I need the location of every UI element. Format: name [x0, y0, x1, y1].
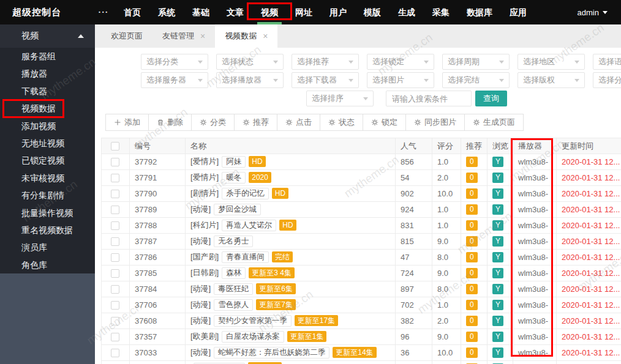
- filter-select-选择周期[interactable]: 选择周期: [442, 54, 510, 70]
- search-button[interactable]: 查询: [475, 91, 507, 106]
- browse-badge[interactable]: Y: [492, 252, 503, 262]
- sidebar-item-服务器组[interactable]: 服务器组: [0, 48, 95, 65]
- row-checkbox[interactable]: [111, 174, 119, 182]
- toolbar-button-点击[interactable]: 点击: [277, 114, 320, 131]
- sidebar-item-有分集剧情[interactable]: 有分集剧情: [0, 187, 95, 204]
- row-checkbox[interactable]: [111, 253, 119, 262]
- browse-badge[interactable]: Y: [492, 188, 503, 199]
- browse-badge[interactable]: Y: [492, 300, 503, 310]
- recommend-badge[interactable]: 0: [466, 300, 478, 310]
- recommend-badge[interactable]: 0: [466, 316, 478, 326]
- browse-badge[interactable]: Y: [492, 220, 503, 231]
- nav-item-模版[interactable]: 模版: [355, 0, 390, 24]
- browse-badge[interactable]: Y: [492, 236, 503, 247]
- sidebar-item-演员库[interactable]: 演员库: [0, 239, 95, 256]
- recommend-badge[interactable]: 0: [466, 204, 478, 215]
- nav-item-应用[interactable]: 应用: [501, 0, 535, 24]
- sidebar-item-添加视频[interactable]: 添加视频: [0, 117, 95, 135]
- sidebar-item-播放器[interactable]: 播放器: [0, 65, 95, 82]
- toolbar-button-删除[interactable]: 删除: [148, 114, 192, 131]
- row-checkbox[interactable]: [111, 285, 119, 294]
- recommend-badge[interactable]: 0: [466, 268, 478, 278]
- more-menu-icon[interactable]: ···: [92, 7, 115, 17]
- row-title[interactable]: 白屋农场谋杀案: [222, 331, 284, 343]
- recommend-badge[interactable]: 0: [466, 157, 478, 167]
- row-title[interactable]: 契约少女管家第一季: [214, 315, 292, 327]
- sidebar-item-已锁定视频[interactable]: 已锁定视频: [0, 152, 95, 169]
- filter-select-选择分类[interactable]: 选择分类: [141, 54, 208, 70]
- row-checkbox[interactable]: [111, 237, 119, 246]
- filter-select-选择地区[interactable]: 选择地区: [518, 54, 585, 70]
- filter-select-选择图片[interactable]: 选择图片: [367, 72, 434, 88]
- toolbar-button-生成页面[interactable]: 生成页面: [464, 114, 524, 131]
- nav-item-网址[interactable]: 网址: [287, 0, 321, 24]
- filter-select-选择分[interactable]: 选择分: [593, 72, 621, 88]
- sidebar-group-video[interactable]: 视频: [0, 24, 95, 48]
- row-title[interactable]: 暖冬: [222, 172, 246, 184]
- filter-select-选择状态[interactable]: 选择状态: [216, 54, 284, 70]
- sidebar-item-下载器[interactable]: 下载器: [0, 83, 95, 100]
- filter-select-选择语[interactable]: 选择语: [593, 54, 621, 70]
- recommend-badge[interactable]: 0: [466, 220, 478, 231]
- row-title[interactable]: 梦回金沙城: [214, 204, 261, 215]
- nav-item-用户[interactable]: 用户: [321, 0, 355, 24]
- row-title[interactable]: 再造人艾诺尔: [222, 220, 276, 231]
- browse-badge[interactable]: Y: [492, 173, 503, 183]
- nav-item-生成[interactable]: 生成: [390, 0, 424, 24]
- recommend-badge[interactable]: 0: [466, 236, 478, 247]
- row-title[interactable]: 杀手的记忆: [222, 188, 269, 199]
- search-input[interactable]: [386, 91, 472, 106]
- recommend-badge[interactable]: 0: [466, 332, 478, 342]
- select-all-checkbox[interactable]: [111, 142, 119, 150]
- sidebar-item-批量操作视频[interactable]: 批量操作视频: [0, 204, 95, 221]
- browse-badge[interactable]: Y: [492, 347, 503, 358]
- nav-item-系统[interactable]: 系统: [149, 0, 184, 24]
- browse-badge[interactable]: Y: [492, 316, 503, 326]
- row-checkbox[interactable]: [111, 349, 119, 357]
- row-checkbox[interactable]: [111, 206, 119, 214]
- row-checkbox[interactable]: [111, 158, 119, 166]
- toolbar-button-锁定[interactable]: 锁定: [363, 114, 406, 131]
- row-title[interactable]: 森林: [222, 267, 246, 279]
- user-menu[interactable]: admin: [578, 8, 608, 17]
- filter-select-选择锁定[interactable]: 选择锁定: [367, 54, 434, 70]
- recommend-badge[interactable]: 0: [466, 252, 478, 262]
- sidebar-item-角色库[interactable]: 角色库: [0, 256, 95, 273]
- nav-item-文章[interactable]: 文章: [218, 0, 252, 24]
- toolbar-button-状态[interactable]: 状态: [320, 114, 363, 131]
- recommend-badge[interactable]: 0: [466, 188, 478, 199]
- row-checkbox[interactable]: [111, 221, 119, 230]
- row-title[interactable]: 雪色撩人: [214, 299, 253, 311]
- nav-item-基础[interactable]: 基础: [184, 0, 218, 24]
- row-checkbox[interactable]: [111, 190, 119, 198]
- sidebar-item-未审核视频[interactable]: 未审核视频: [0, 169, 95, 187]
- filter-select-选择完结[interactable]: 选择完结: [442, 72, 510, 88]
- row-title[interactable]: 阿妹: [222, 156, 246, 168]
- tab-欢迎页面[interactable]: 欢迎页面: [101, 24, 152, 48]
- close-tab-icon[interactable]: ×: [263, 32, 268, 40]
- browse-badge[interactable]: Y: [492, 284, 503, 294]
- row-checkbox[interactable]: [111, 301, 119, 310]
- nav-item-采集[interactable]: 采集: [424, 0, 458, 24]
- filter-select-选择下载器[interactable]: 选择下载器: [292, 72, 359, 88]
- nav-item-视频[interactable]: 视频: [252, 0, 287, 24]
- row-checkbox[interactable]: [111, 317, 119, 325]
- filter-select-选择推荐[interactable]: 选择推荐: [292, 54, 359, 70]
- row-checkbox[interactable]: [111, 333, 119, 341]
- browse-badge[interactable]: Y: [492, 332, 503, 342]
- browse-badge[interactable]: Y: [492, 204, 503, 215]
- row-title[interactable]: 毒医狂妃: [214, 283, 253, 295]
- filter-select-选择服务器[interactable]: 选择服务器: [141, 72, 208, 88]
- browse-badge[interactable]: Y: [492, 157, 503, 167]
- toolbar-button-分类[interactable]: 分类: [191, 114, 235, 131]
- filter-select-选择版权[interactable]: 选择版权: [518, 72, 585, 88]
- recommend-badge[interactable]: 0: [466, 284, 478, 294]
- filter-select-选择播放器[interactable]: 选择播放器: [216, 72, 284, 88]
- recommend-badge[interactable]: 0: [466, 347, 478, 358]
- browse-badge[interactable]: Y: [492, 268, 503, 278]
- row-title[interactable]: 青春直播间: [222, 251, 269, 263]
- row-checkbox[interactable]: [111, 269, 119, 278]
- recommend-badge[interactable]: 0: [466, 173, 478, 183]
- close-tab-icon[interactable]: ×: [200, 32, 205, 40]
- nav-item-数据库[interactable]: 数据库: [458, 0, 501, 24]
